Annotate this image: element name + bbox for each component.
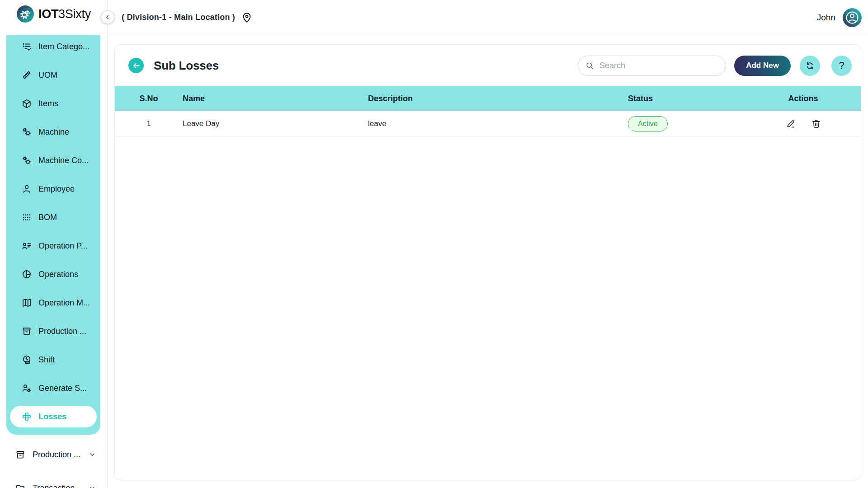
cell-description: leave [368,119,628,128]
brand-name: IOT3Sixty [38,7,91,21]
brand-logo: IOT3Sixty [16,5,91,23]
sub-losses-card: Sub Losses Add New ? S.No Name Descripti… [114,44,861,480]
sidebar-item[interactable]: Operations [10,263,97,285]
box-icon [22,99,32,108]
sidebar-item[interactable]: Generate S... [10,377,97,399]
pie-icon [22,269,32,279]
user-avatar-icon[interactable] [842,8,862,28]
help-button[interactable]: ? [831,56,852,76]
brand-name-bold: IOT [38,7,58,21]
status-badge: Active [628,116,668,131]
cell-actions [745,118,861,129]
sidebar-item[interactable]: Machine [10,121,97,143]
sidebar-bottom-item[interactable]: Transaction... [0,478,108,488]
cell-status: Active [628,116,745,131]
folder-icon [15,483,25,488]
column-header-name: Name [183,94,368,103]
sidebar-nav-panel: Item Catego... UOM Items Machine Machine… [6,35,100,435]
brand-name-rest: 3Sixty [58,7,91,21]
table-header: S.No Name Description Status Actions [115,86,861,111]
grid-dots-icon [22,212,32,222]
blocks-icon [22,412,32,422]
sidebar-item-label: Generate S... [38,384,87,393]
edit-icon[interactable] [785,118,796,129]
column-header-actions: Actions [745,94,861,103]
person-icon [22,184,32,194]
person-gear-icon [22,383,32,393]
sidebar-item[interactable]: Production ... [10,320,97,342]
sidebar-item-label: Shift [38,355,55,365]
location-pin-icon [241,12,253,23]
back-button[interactable] [128,58,144,73]
iot-gear-logo [16,5,34,23]
topbar: ( Division-1 - Main Location ) John [108,0,868,35]
search-box[interactable] [578,56,726,76]
search-input[interactable] [599,61,718,71]
card-header: Sub Losses Add New ? [115,45,861,86]
add-new-button[interactable]: Add New [734,56,791,76]
sidebar-item-label: Operation P... [38,241,88,251]
sidebar-item-label: Items [38,99,58,108]
sidebar-bottom-item-label: Transaction... [33,483,81,488]
delete-icon[interactable] [811,118,821,129]
sidebar: IOT3Sixty Item Catego... UOM Items Machi… [0,0,108,488]
sidebar-item-label: UOM [38,70,57,80]
sidebar-item-label: Production ... [38,327,86,336]
chevron-left-icon [104,14,111,21]
arrow-left-icon [132,61,141,70]
location-selector[interactable]: ( Division-1 - Main Location ) [122,12,253,23]
sidebar-item[interactable]: Losses [10,406,97,427]
chevron-down-icon [89,451,96,458]
archive-icon [22,326,32,336]
user-menu[interactable]: John [817,8,862,28]
sidebar-item-label: Machine [38,127,69,137]
gears-icon [22,155,32,165]
page-title: Sub Losses [154,59,219,73]
sidebar-bottom-nav: Production ... Transaction... [0,445,108,488]
ruler-icon [22,70,32,80]
sidebar-item[interactable]: Shift [10,349,97,371]
chevron-down-icon [89,484,96,488]
sidebar-item[interactable]: Operation M... [10,292,97,314]
sidebar-item[interactable]: UOM [10,64,97,86]
user-name: John [817,13,835,23]
cell-name: Leave Day [183,119,368,128]
column-header-sno: S.No [115,94,183,103]
sidebar-item-label: Operation M... [38,298,90,308]
sidebar-item-label: Item Catego... [38,42,90,52]
sidebar-item-label: BOM [38,213,57,222]
sidebar-item-label: Operations [38,270,78,279]
sidebar-bottom-item-label: Production ... [33,450,80,460]
sidebar-item[interactable]: Operation P... [10,235,97,257]
sidebar-item-label: Losses [38,412,66,422]
list-check-icon [22,42,32,52]
sidebar-item[interactable]: Item Catego... [10,36,97,57]
cell-sno: 1 [115,119,183,128]
sidebar-item-label: Employee [38,184,75,194]
map-icon [22,298,32,308]
refresh-button[interactable] [800,56,820,76]
sidebar-item-label: Machine Co... [38,156,89,165]
sidebar-item[interactable]: BOM [10,206,97,228]
refresh-icon [805,61,815,71]
gears-icon [22,127,32,137]
table-row: 1 Leave Day leave Active [115,111,861,136]
sidebar-item[interactable]: Employee [10,178,97,200]
sidebar-collapse-button[interactable] [101,10,114,24]
search-icon [585,61,594,70]
sidebar-item[interactable]: Items [10,93,97,114]
person-list-icon [22,241,32,251]
archive-icon [15,450,25,460]
column-header-status: Status [628,94,745,103]
column-header-description: Description [368,94,628,103]
location-label: ( Division-1 - Main Location ) [122,13,235,22]
sidebar-item[interactable]: Machine Co... [10,150,97,171]
sidebar-bottom-item[interactable]: Production ... [0,445,108,465]
table-body: 1 Leave Day leave Active [115,111,861,136]
clock-icon [22,355,32,365]
